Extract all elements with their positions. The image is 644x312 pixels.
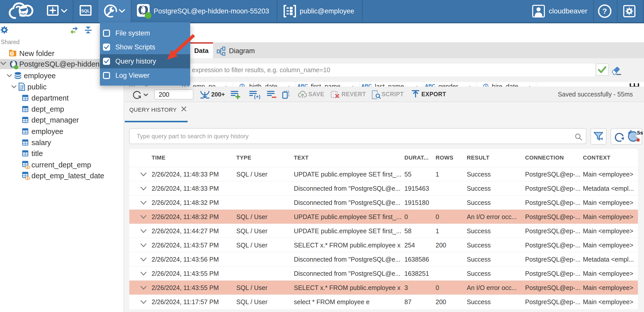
svg-text:?: ? xyxy=(602,7,607,15)
svg-text:(+): (+) xyxy=(254,94,260,99)
svg-text:SQL: SQL xyxy=(81,9,90,13)
